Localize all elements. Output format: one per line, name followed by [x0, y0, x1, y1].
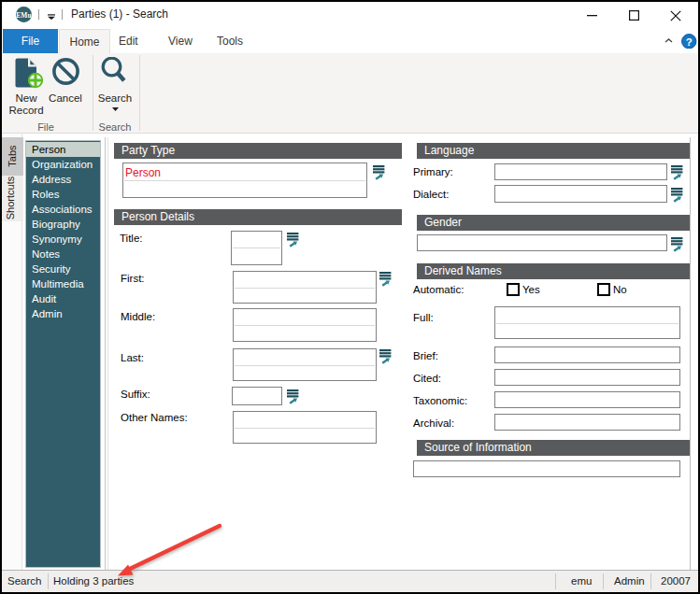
svg-text:?: ?: [686, 35, 693, 47]
svg-text:EMu: EMu: [16, 11, 31, 20]
